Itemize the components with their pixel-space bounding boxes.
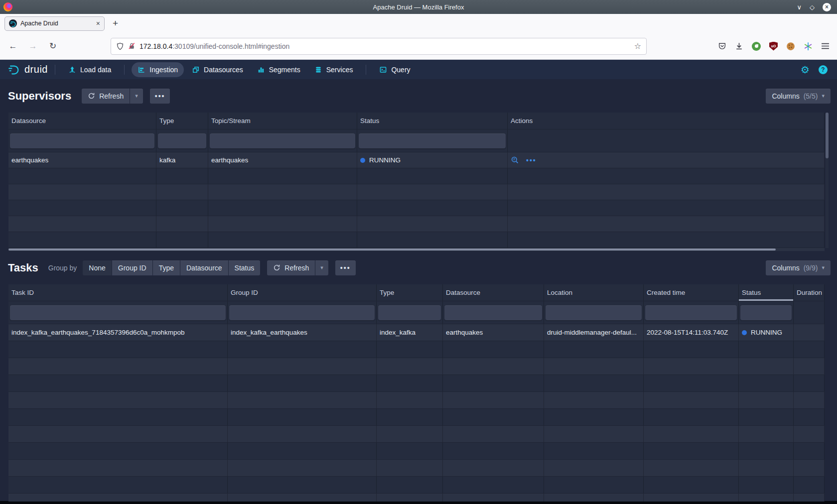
- table-cell-empty: [644, 494, 739, 502]
- menu-hamburger-icon[interactable]: [821, 42, 830, 50]
- column-header-status-sorted[interactable]: Status: [739, 284, 794, 301]
- back-button[interactable]: ←: [7, 41, 19, 51]
- column-header-location[interactable]: Location: [544, 284, 644, 301]
- tasks-filter-datasource[interactable]: [444, 305, 542, 320]
- bookmark-star-icon[interactable]: ☆: [634, 41, 641, 51]
- group-by-status-button[interactable]: Status: [229, 260, 261, 275]
- supervisors-filter-topic-stream[interactable]: [210, 133, 355, 148]
- window-maximize-button[interactable]: ◇: [810, 4, 815, 10]
- tasks-filter-created-time[interactable]: [645, 305, 737, 320]
- tasks-columns-button[interactable]: Columns (9/9) ▾: [766, 260, 831, 275]
- column-header-type[interactable]: Type: [156, 113, 208, 129]
- nav-item-query[interactable]: Query: [373, 62, 416, 77]
- table-row-empty: [8, 477, 825, 494]
- group-by-datasource-button[interactable]: Datasource: [180, 260, 228, 275]
- supervisor-row[interactable]: earthquakes kafka earthquakes RUNNING ••…: [8, 152, 825, 168]
- tasks-filter-group-id[interactable]: [229, 305, 375, 320]
- tab-strip: Apache Druid × +: [0, 14, 837, 33]
- table-cell-empty: [644, 460, 739, 476]
- window-close-button[interactable]: ×: [823, 3, 831, 11]
- group-by-type-button[interactable]: Type: [153, 260, 180, 275]
- tasks-refresh-caret-button[interactable]: ▾: [315, 260, 328, 275]
- task-datasource-cell: earthquakes: [443, 324, 544, 341]
- tasks-filter-location[interactable]: [546, 305, 642, 320]
- tasks-filter-task-id[interactable]: [10, 305, 226, 320]
- table-cell-empty: [8, 358, 228, 375]
- column-header-duration[interactable]: Duration: [794, 284, 825, 301]
- new-tab-button[interactable]: +: [113, 18, 118, 29]
- tracking-shield-icon[interactable]: [116, 42, 124, 50]
- column-header-datasource[interactable]: Datasource: [443, 284, 544, 301]
- group-by-group-id-button[interactable]: Group ID: [112, 260, 152, 275]
- nav-item-ingestion[interactable]: Ingestion: [132, 62, 184, 77]
- supervisors-table-header-row: Datasource Type Topic/Stream Status Acti…: [8, 113, 825, 129]
- table-cell-empty: [794, 460, 825, 476]
- nav-item-label: Ingestion: [149, 66, 178, 74]
- column-header-status[interactable]: Status: [357, 113, 508, 129]
- table-cell-empty: [443, 375, 544, 391]
- window-minimize-button[interactable]: ∨: [797, 4, 802, 10]
- privacy-extension-icon[interactable]: [752, 42, 761, 51]
- column-header-type[interactable]: Type: [377, 284, 443, 301]
- supervisors-more-button[interactable]: •••: [150, 89, 170, 104]
- table-cell-empty: [794, 426, 825, 442]
- druid-logo[interactable]: druid: [7, 63, 48, 76]
- insecure-lock-icon[interactable]: [128, 42, 136, 50]
- row-more-actions-icon[interactable]: •••: [526, 156, 537, 164]
- supervisors-horizontal-scrollbar[interactable]: [8, 248, 825, 251]
- nav-item-label: Services: [326, 66, 353, 74]
- snowflake-extension-icon[interactable]: [804, 42, 813, 51]
- column-header-topic-stream[interactable]: Topic/Stream: [208, 113, 357, 129]
- tasks-filter-type[interactable]: [378, 305, 441, 320]
- magnifier-detail-icon[interactable]: [511, 156, 519, 164]
- supervisors-filter-type[interactable]: [158, 133, 206, 148]
- browser-tab-apache-druid[interactable]: Apache Druid ×: [4, 16, 105, 31]
- group-by-none-button[interactable]: None: [83, 260, 111, 275]
- supervisors-refresh-button[interactable]: Refresh: [82, 89, 130, 104]
- cookie-extension-icon[interactable]: [786, 42, 795, 51]
- table-cell-empty: [508, 216, 825, 232]
- task-row[interactable]: index_kafka_earthquakes_7184357396d6c0a_…: [8, 324, 825, 341]
- nav-item-segments[interactable]: Segments: [251, 62, 306, 77]
- column-header-created-time[interactable]: Created time: [644, 284, 739, 301]
- ublock-origin-icon[interactable]: uO: [769, 42, 778, 51]
- tasks-more-button[interactable]: •••: [335, 260, 356, 275]
- reload-button[interactable]: ↻: [47, 41, 59, 51]
- nav-item-datasources[interactable]: Datasources: [186, 62, 249, 77]
- downloads-icon[interactable]: [735, 42, 743, 50]
- table-cell-empty: [377, 460, 443, 476]
- datasources-icon: [192, 66, 200, 74]
- group-by-label: Group by: [48, 264, 77, 272]
- column-header-task-id[interactable]: Task ID: [8, 284, 228, 301]
- supervisors-refresh-caret-button[interactable]: ▾: [130, 89, 143, 104]
- supervisors-vertical-scrollbar[interactable]: [826, 113, 829, 248]
- table-row-empty: [8, 375, 825, 392]
- table-cell-empty: [508, 168, 825, 184]
- table-cell-empty: [377, 494, 443, 502]
- tasks-refresh-button[interactable]: Refresh: [267, 260, 315, 275]
- tab-title: Apache Druid: [20, 20, 93, 27]
- url-bar[interactable]: 172.18.0.4:30109/unified-console.html#in…: [111, 38, 647, 55]
- supervisors-header: Supervisors Refresh ▾ ••• Columns (5/5) …: [0, 79, 837, 113]
- help-icon[interactable]: ?: [819, 65, 828, 74]
- forward-button[interactable]: →: [27, 41, 39, 51]
- table-cell-empty: [228, 409, 377, 425]
- column-header-group-id[interactable]: Group ID: [228, 284, 377, 301]
- column-header-actions[interactable]: Actions: [508, 113, 825, 129]
- supervisors-columns-button[interactable]: Columns (5/5) ▾: [766, 89, 831, 104]
- pocket-icon[interactable]: [718, 42, 726, 50]
- tasks-filter-status[interactable]: [740, 305, 792, 320]
- table-cell-empty: [357, 216, 508, 232]
- supervisors-filter-datasource[interactable]: [10, 133, 154, 148]
- nav-item-load-data[interactable]: Load data: [62, 62, 117, 77]
- nav-item-services[interactable]: Services: [308, 62, 359, 77]
- supervisors-title: Supervisors: [8, 90, 71, 103]
- table-cell-empty: [357, 184, 508, 200]
- supervisors-filter-status[interactable]: [359, 133, 506, 148]
- nav-item-label: Query: [391, 66, 410, 74]
- settings-gear-icon[interactable]: ⚙: [801, 65, 810, 75]
- tab-close-icon[interactable]: ×: [96, 19, 100, 27]
- column-header-datasource[interactable]: Datasource: [8, 113, 156, 129]
- url-text[interactable]: 172.18.0.4:30109/unified-console.html#in…: [140, 42, 630, 50]
- window-title: Apache Druid — Mozilla Firefox: [0, 3, 837, 11]
